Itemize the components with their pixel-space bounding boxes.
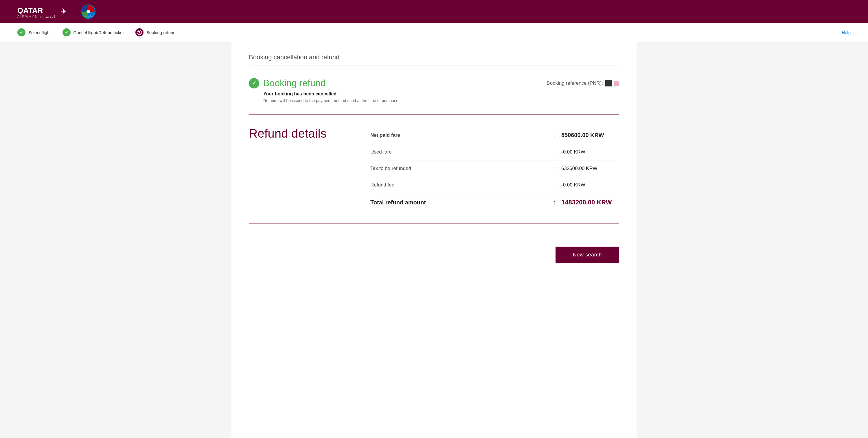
booking-refund-title-container: ✓ Booking refund — [249, 78, 326, 89]
step-cancel-flight: ✓ Cancel flight/Refund ticket — [62, 28, 124, 36]
step1-label: Select flight — [28, 30, 51, 35]
qatar-airways-logo-svg: QATAR AIRWAYS القطرية ✈ — [18, 4, 75, 19]
divider-2 — [249, 223, 619, 224]
refund-row-total: Total refund amount : 1483200.00 KRW — [370, 194, 619, 211]
cancelled-description: Refunds will be issued to the payment me… — [263, 98, 619, 103]
net-paid-fare-value: 850600.00 KRW — [561, 132, 619, 138]
page-title-section: Booking cancellation and refund — [249, 54, 619, 66]
refund-details-section: Refund details Net paid fare : 850600.00… — [249, 127, 619, 211]
app-header: QATAR AIRWAYS القطرية ✈ oneworld — [0, 0, 868, 23]
oneworld-logo: oneworld — [81, 4, 95, 19]
tax-colon: : — [554, 166, 556, 171]
svg-text:oneworld: oneworld — [85, 15, 92, 17]
breadcrumb-nav: ✓ Select flight ✓ Cancel flight/Refund t… — [0, 23, 868, 42]
step2-check-icon: ✓ — [62, 28, 71, 36]
refund-fee-colon: : — [554, 182, 556, 188]
net-paid-fare-label: Net paid fare — [370, 132, 548, 138]
svg-point-4 — [87, 10, 90, 13]
qatar-logo: QATAR AIRWAYS القطرية ✈ — [18, 4, 75, 19]
svg-text:✈: ✈ — [60, 7, 67, 16]
oneworld-logo-svg: oneworld — [81, 5, 95, 19]
booking-refund-header: ✓ Booking refund Booking reference (PNR)… — [249, 78, 619, 89]
pnr-label: Booking reference (PNR): — [547, 80, 603, 86]
refund-row-fee: Refund fee : -0.00 KRW — [370, 177, 619, 194]
net-paid-fare-colon: : — [554, 132, 556, 138]
total-refund-colon: : — [554, 199, 556, 206]
pnr-section: Booking reference (PNR): — [547, 78, 619, 87]
main-content: Booking cancellation and refund ✓ Bookin… — [231, 42, 637, 438]
refund-row-used-fare: Used fare : -0.00 KRW — [370, 144, 619, 161]
breadcrumb-steps: ✓ Select flight ✓ Cancel flight/Refund t… — [18, 28, 176, 36]
booking-refund-label: Booking refund — [263, 78, 326, 89]
pnr-pink-indicator — [614, 81, 619, 86]
step3-label: Booking refund — [146, 30, 176, 35]
pnr-value-box — [605, 80, 612, 87]
svg-text:AIRWAYS القطرية: AIRWAYS القطرية — [18, 15, 56, 19]
footer-actions: New search — [249, 241, 619, 263]
refund-fee-value: -0.00 KRW — [561, 182, 619, 188]
refund-table: Net paid fare : 850600.00 KRW Used fare … — [370, 127, 619, 211]
svg-text:QATAR: QATAR — [18, 6, 43, 15]
tax-value: 632600.00 KRW — [561, 166, 619, 171]
total-refund-label: Total refund amount — [370, 199, 548, 206]
total-refund-value: 1483200.00 KRW — [561, 199, 619, 206]
refund-details-title: Refund details — [249, 127, 359, 140]
refund-row-tax: Tax to be refunded : 632600.00 KRW — [370, 161, 619, 177]
used-fare-colon: : — [554, 149, 556, 155]
cancellation-message: Your booking has been cancelled. Refunds… — [263, 91, 619, 103]
booking-refund-check-icon: ✓ — [249, 78, 259, 89]
step-select-flight: ✓ Select flight — [18, 28, 51, 36]
step3-active-icon — [135, 28, 144, 36]
used-fare-value: -0.00 KRW — [561, 149, 619, 155]
used-fare-label: Used fare — [370, 149, 548, 155]
refund-fee-label: Refund fee — [370, 182, 548, 188]
step1-check-icon: ✓ — [18, 28, 26, 36]
tax-label: Tax to be refunded — [370, 166, 548, 171]
refund-icon — [137, 30, 142, 35]
cancelled-title: Your booking has been cancelled. — [263, 91, 619, 97]
step2-label: Cancel flight/Refund ticket — [73, 30, 124, 35]
step-booking-refund: Booking refund — [135, 28, 176, 36]
refund-row-net-paid-fare: Net paid fare : 850600.00 KRW — [370, 127, 619, 144]
divider-1 — [249, 114, 619, 115]
help-link[interactable]: Help — [842, 30, 850, 35]
new-search-button[interactable]: New search — [556, 247, 619, 263]
page-title: Booking cancellation and refund — [249, 54, 619, 61]
